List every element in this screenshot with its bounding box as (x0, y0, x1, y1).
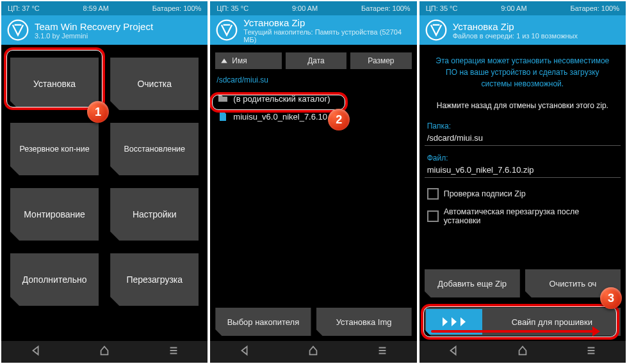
file-icon (218, 111, 228, 122)
sort-size-button[interactable]: Размер (350, 52, 411, 69)
svg-point-0 (8, 20, 28, 40)
install-tile[interactable]: Установка (10, 58, 99, 110)
clock: 8:59 AM (83, 4, 109, 12)
sort-date-button[interactable]: Дата (286, 52, 346, 69)
add-zip-button[interactable]: Добавить еще Zip (425, 269, 520, 297)
home-icon[interactable] (99, 345, 110, 359)
clock: 9:00 AM (292, 4, 318, 12)
mount-tile[interactable]: Монтирование (10, 188, 99, 241)
file-value: miuisu_v6.0_nikel_7.6.10.zip (425, 164, 621, 178)
clock: 9:00 AM (501, 4, 526, 12)
step-badge-2: 2 (328, 109, 350, 131)
phone-screen-3: ЦП: 35 °C 9:00 AM Батарея: 100% Установк… (419, 1, 626, 363)
back-icon[interactable] (448, 345, 459, 359)
menu-icon[interactable] (377, 345, 388, 359)
check-signature-label: Проверка подписи Zip (444, 189, 526, 198)
reboot-tile[interactable]: Перезагрузка (110, 253, 199, 306)
info-text: Нажмите назад для отмены установки этого… (425, 97, 621, 120)
checkbox-icon (427, 210, 439, 222)
twrp-logo-icon (215, 19, 238, 42)
swipe-label: Свайп для прошивки (484, 317, 621, 327)
check-signature-row[interactable]: Проверка подписи Zip (425, 184, 621, 203)
sort-name-label: Имя (232, 56, 247, 65)
settings-tile[interactable]: Настройки (110, 188, 199, 241)
header: Team Win Recovery Project 3.1.0 by Jemmi… (1, 15, 208, 45)
folder-label: Папка: (425, 120, 621, 132)
install-img-button[interactable]: Установка Img (316, 308, 412, 336)
header-subtitle: 3.1.0 by Jemmini (35, 32, 153, 40)
select-storage-button[interactable]: Выбор накопителя (215, 308, 311, 336)
wipe-tile[interactable]: Очистка (110, 58, 199, 110)
navbar (1, 341, 208, 363)
zip-file-row[interactable]: miuisu_v6.0_nikel_7.6.10.zip (215, 107, 411, 125)
header-subtitle: Текущий накопитель: Память устройства (5… (243, 28, 411, 44)
restore-tile[interactable]: Восстановление (110, 123, 199, 175)
cpu-temp: ЦП: 37 °C (8, 4, 40, 12)
status-bar: ЦП: 37 °C 8:59 AM Батарея: 100% (1, 1, 208, 15)
phone-screen-1: ЦП: 37 °C 8:59 AM Батарея: 100% Team Win… (1, 1, 208, 363)
battery: Батарея: 100% (361, 4, 411, 12)
warning-text: Эта операция может установить несовмести… (425, 52, 621, 97)
menu-icon[interactable] (168, 345, 179, 359)
arrow-annotation (431, 330, 594, 333)
header-title: Установка Zip (243, 17, 411, 28)
file-label: Файл: (425, 152, 621, 164)
status-bar: ЦП: 35 °C 9:00 AM Батарея: 100% (419, 1, 626, 15)
svg-point-2 (426, 20, 446, 40)
step-badge-1: 1 (87, 101, 109, 123)
step-badge-3: 3 (600, 287, 622, 309)
check-reboot-label: Автоматическая перезагрузка после устано… (444, 207, 618, 225)
back-icon[interactable] (30, 345, 42, 359)
cpu-temp: ЦП: 35 °C (426, 4, 458, 12)
check-reboot-row[interactable]: Автоматическая перезагрузка после устано… (425, 203, 621, 229)
navbar (419, 341, 626, 363)
svg-point-1 (217, 20, 237, 40)
battery: Батарея: 100% (152, 4, 202, 12)
header-title: Установка Zip (453, 21, 578, 32)
sort-asc-icon (220, 57, 228, 65)
sort-name-button[interactable]: Имя (215, 52, 281, 69)
twrp-logo-icon (425, 19, 448, 42)
backup-tile[interactable]: Резервное коп-ние (10, 123, 99, 175)
twrp-logo-icon (6, 19, 29, 42)
menu-icon[interactable] (585, 345, 597, 359)
back-icon[interactable] (239, 345, 250, 359)
header-title: Team Win Recovery Project (35, 21, 153, 32)
navbar (210, 341, 416, 363)
zip-file-label: miuisu_v6.0_nikel_7.6.10.zip (233, 112, 340, 122)
phone-screen-2: ЦП: 35 °C 9:00 AM Батарея: 100% Установк… (210, 1, 416, 363)
advanced-tile[interactable]: Дополнительно (10, 253, 99, 306)
header-subtitle: Файлов в очереди: 1 из 10 возможных (453, 32, 578, 40)
status-bar: ЦП: 35 °C 9:00 AM Батарея: 100% (210, 1, 416, 15)
home-icon[interactable] (517, 345, 528, 359)
home-icon[interactable] (307, 345, 319, 359)
parent-dir-row[interactable]: (в родительский каталог) (215, 90, 411, 107)
current-path: /sdcard/miui.su (215, 73, 411, 90)
parent-dir-label: (в родительский каталог) (233, 94, 330, 104)
cpu-temp: ЦП: 35 °C (216, 4, 248, 12)
checkbox-icon (427, 188, 439, 200)
folder-icon (218, 93, 228, 104)
header: Установка Zip Файлов в очереди: 1 из 10 … (419, 15, 626, 45)
header: Установка Zip Текущий накопитель: Память… (210, 15, 416, 45)
folder-value: /sdcard/miui.su (425, 132, 621, 146)
battery: Батарея: 100% (570, 4, 619, 12)
